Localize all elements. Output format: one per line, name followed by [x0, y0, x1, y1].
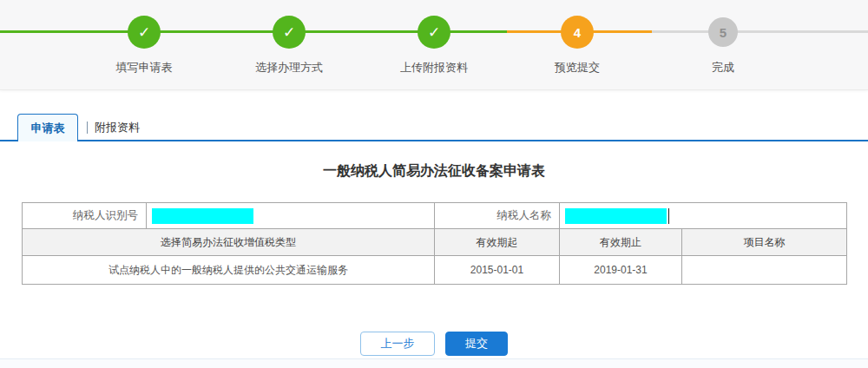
header-valid-from: 有效期起: [435, 229, 560, 256]
tab-application-form[interactable]: 申请表: [17, 114, 78, 141]
check-icon: ✓: [428, 23, 440, 42]
submit-button[interactable]: 提交: [445, 332, 508, 356]
button-row: 上一步 提交: [0, 332, 868, 356]
check-icon: ✓: [283, 23, 295, 42]
footer-strip: [0, 358, 868, 368]
step-3-label: 上传附报资料: [365, 60, 503, 76]
cell-project-name: [682, 256, 847, 285]
step-5-number: 5: [720, 25, 727, 40]
header-valid-to: 有效期止: [560, 229, 682, 256]
progress-line-pending: [652, 30, 868, 33]
table-data-row: 试点纳税人中的一般纳税人提供的公共交通运输服务 2015-01-01 2019-…: [23, 256, 847, 285]
step-1-circle: ✓: [128, 16, 161, 49]
table-header-row: 选择简易办法征收增值税类型 有效期起 有效期止 项目名称: [23, 229, 847, 256]
tab-application-form-label: 申请表: [31, 121, 65, 136]
check-icon: ✓: [138, 23, 150, 42]
header-vat-type: 选择简易办法征收增值税类型: [23, 229, 435, 256]
step-4-circle: 4: [561, 16, 594, 49]
header-project-name: 项目名称: [682, 229, 847, 256]
step-5-label: 完成: [654, 60, 792, 76]
step-2-circle: ✓: [273, 16, 306, 49]
taxpayer-name-value: [560, 203, 847, 229]
page: ✓ ✓ ✓ 4 5 填写申请表 选择办理方式 上传附报资料 预览提交 完成 申请…: [0, 0, 868, 368]
cell-valid-from: 2015-01-01: [435, 256, 560, 285]
step-2-label: 选择办理方式: [220, 60, 358, 76]
tab-divider: [87, 122, 88, 134]
page-title: 一般纳税人简易办法征收备案申请表: [0, 162, 868, 181]
text-cursor: [668, 208, 669, 224]
taxpayer-name-redaction: [565, 208, 667, 224]
taxpayer-id-value: [147, 203, 435, 229]
taxpayer-info-row: 纳税人识别号 纳税人名称: [23, 203, 847, 229]
step-1-label: 填写申请表: [75, 60, 214, 76]
application-table: 纳税人识别号 纳税人名称 选择简易办法征收增值税类型 有效期起 有效期止 项目名…: [22, 202, 847, 285]
taxpayer-id-redaction: [152, 208, 253, 224]
step-5-circle: 5: [708, 17, 738, 47]
taxpayer-name-label: 纳税人名称: [435, 203, 560, 229]
cell-vat-type: 试点纳税人中的一般纳税人提供的公共交通运输服务: [23, 256, 435, 285]
cell-valid-to: 2019-01-31: [560, 256, 682, 285]
previous-step-button[interactable]: 上一步: [360, 332, 435, 356]
tab-attached-materials[interactable]: 附报资料: [87, 119, 140, 136]
step-4-number: 4: [574, 25, 581, 40]
taxpayer-id-label: 纳税人识别号: [23, 203, 147, 229]
step-3-circle: ✓: [418, 16, 450, 49]
step-4-label: 预览提交: [508, 60, 647, 76]
tab-attached-materials-label: 附报资料: [95, 120, 140, 135]
tab-underline: [0, 140, 868, 141]
